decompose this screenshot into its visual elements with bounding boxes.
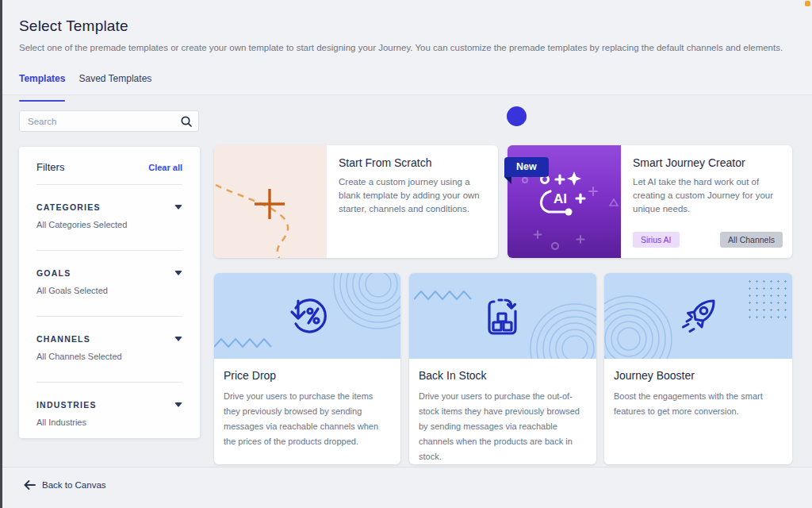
click-cursor-indicator	[507, 106, 527, 126]
card-description: Create a custom journey using a blank te…	[339, 175, 488, 216]
rings-decoration	[523, 297, 596, 359]
filter-header-channels[interactable]: CHANNELS	[36, 334, 182, 344]
template-card-start-from-scratch[interactable]: Start From Scratch Create a custom journ…	[214, 145, 498, 258]
page-title: Select Template	[19, 17, 128, 35]
filter-value: All Industries	[36, 418, 182, 427]
chevron-down-icon[interactable]	[174, 337, 182, 341]
card-description: Drive your users to purchase the out-of-…	[419, 389, 587, 464]
filter-label: CHANNELS	[36, 334, 90, 344]
dots-decoration	[746, 278, 791, 321]
window-edge	[0, 0, 2, 508]
zigzag-decoration	[214, 337, 276, 349]
search-input[interactable]	[20, 111, 198, 131]
filter-section-goals: GOALS All Goals Selected	[19, 251, 200, 317]
back-to-canvas-label: Back to Canvas	[42, 480, 106, 490]
tab-saved-templates-label: Saved Templates	[79, 73, 151, 84]
filter-header-categories[interactable]: CATEGORIES	[36, 202, 182, 212]
ai-label: AI	[553, 191, 567, 206]
rings-decoration	[604, 287, 680, 359]
card-illustration	[214, 273, 400, 359]
tab-templates[interactable]: Templates	[19, 73, 65, 90]
filter-label: GOALS	[36, 268, 71, 278]
filter-header-goals[interactable]: GOALS	[36, 268, 182, 278]
search-box	[19, 110, 199, 132]
card-title: Journey Booster	[614, 369, 783, 382]
chevron-down-icon[interactable]	[174, 205, 182, 210]
card-title: Start From Scratch	[339, 156, 488, 169]
rocket-icon	[676, 295, 721, 337]
card-illustration	[604, 273, 792, 359]
back-to-canvas-link[interactable]: Back to Canvas	[24, 480, 106, 490]
tab-saved-templates[interactable]: Saved Templates	[79, 73, 151, 90]
filters-panel: Filters Clear all CATEGORIES All Categor…	[19, 147, 200, 438]
tab-bar: Templates Saved Templates	[19, 73, 151, 90]
recording-dot	[805, 1, 810, 6]
arrow-left-icon	[24, 480, 36, 490]
filter-value: All Channels Selected	[36, 352, 182, 361]
chevron-down-icon[interactable]	[174, 271, 182, 275]
card-title: Price Drop	[224, 369, 391, 382]
search-icon[interactable]	[180, 115, 193, 128]
filter-value: All Goals Selected	[36, 286, 182, 295]
plus-icon	[255, 189, 285, 219]
card-description: Let AI take the hard work out of creatin…	[633, 175, 783, 216]
template-card-journey-booster[interactable]: Journey Booster Boost the engagements wi…	[604, 273, 792, 464]
card-description: Drive your users to purchase the items t…	[224, 389, 391, 449]
card-illustration	[214, 145, 327, 258]
card-description: Boost the engagements with the smart fea…	[614, 389, 783, 419]
chevron-down-icon[interactable]	[174, 402, 182, 407]
percent-drop-icon	[287, 295, 328, 337]
filter-value: All Categories Selected	[36, 220, 182, 229]
tag-sirius-ai: Sirius AI	[633, 232, 680, 248]
tab-templates-label: Templates	[19, 73, 65, 84]
filter-label: INDUSTRIES	[36, 400, 97, 410]
active-tab-underline	[19, 100, 65, 102]
rings-decoration	[331, 273, 400, 332]
zigzag-decoration	[414, 289, 476, 302]
filters-title: Filters	[36, 161, 64, 173]
clear-all-link[interactable]: Clear all	[148, 163, 182, 172]
filter-section-channels: CHANNELS All Channels Selected	[19, 317, 200, 383]
badge-fold	[504, 177, 511, 184]
dashed-path-decoration	[216, 185, 288, 258]
template-card-price-drop[interactable]: Price Drop Drive your users to purchase …	[214, 273, 400, 464]
filter-section-industries: INDUSTRIES All Industries	[19, 383, 200, 427]
card-illustration	[409, 273, 596, 359]
footer: Back to Canvas	[0, 467, 812, 508]
card-title: Back In Stock	[419, 369, 587, 382]
template-card-back-in-stock[interactable]: Back In Stock Drive your users to purcha…	[409, 273, 596, 464]
restock-box-icon	[483, 295, 523, 337]
filter-label: CATEGORIES	[36, 202, 101, 212]
card-title: Smart Journey Creator	[633, 156, 783, 169]
filter-header-industries[interactable]: INDUSTRIES	[36, 400, 182, 410]
header: Select Template Select one of the premad…	[0, 0, 812, 95]
template-card-smart-journey-creator[interactable]: New AI Smart Journey Creato	[508, 145, 792, 258]
new-badge: New	[504, 157, 549, 177]
tag-all-channels: All Channels	[720, 232, 783, 248]
filter-section-categories: CATEGORIES All Categories Selected	[19, 185, 200, 251]
page-description: Select one of the premade templates or c…	[19, 43, 793, 52]
